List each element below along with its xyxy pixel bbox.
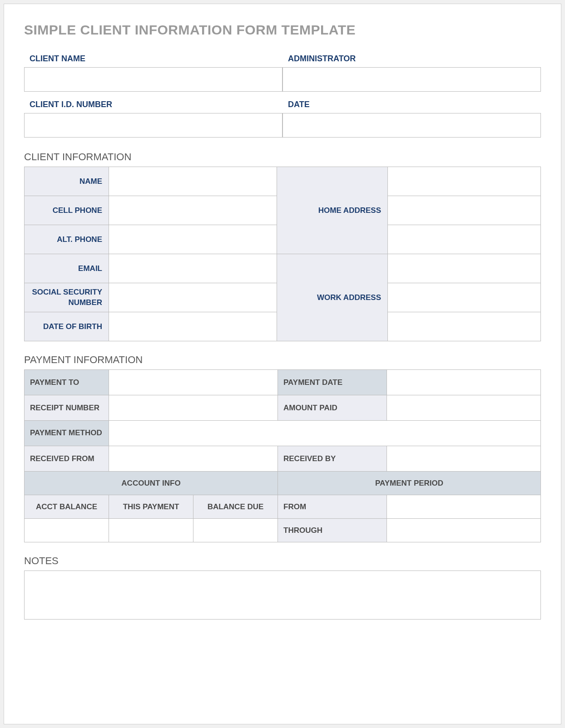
- name-label: NAME: [25, 167, 109, 196]
- payment-date-label: PAYMENT DATE: [278, 370, 387, 395]
- payment-info-table: PAYMENT TO PAYMENT DATE RECEIPT NUMBER A…: [24, 369, 541, 542]
- page-title: SIMPLE CLIENT INFORMATION FORM TEMPLATE: [24, 22, 541, 38]
- received-from-label: RECEIVED FROM: [25, 446, 109, 472]
- received-from-input[interactable]: [109, 446, 278, 472]
- dob-label: DATE OF BIRTH: [25, 312, 109, 341]
- acct-balance-input[interactable]: [25, 519, 109, 542]
- from-input[interactable]: [387, 495, 541, 519]
- through-input[interactable]: [387, 519, 541, 542]
- client-id-input[interactable]: [24, 113, 282, 138]
- work-address-label: WORK ADDRESS: [277, 254, 388, 341]
- work-address-line2-input[interactable]: [388, 283, 541, 312]
- through-label: THROUGH: [278, 519, 387, 542]
- payment-info-section-title: PAYMENT INFORMATION: [24, 354, 541, 366]
- client-info-table: NAME HOME ADDRESS CELL PHONE ALT. PHONE …: [24, 167, 541, 341]
- amount-paid-input[interactable]: [387, 395, 541, 421]
- client-id-label: CLIENT I.D. NUMBER: [24, 100, 282, 113]
- cell-phone-label: CELL PHONE: [25, 196, 109, 225]
- home-address-label: HOME ADDRESS: [277, 167, 388, 254]
- work-address-line3-input[interactable]: [388, 312, 541, 341]
- home-address-line1-input[interactable]: [388, 167, 541, 196]
- client-name-label: CLIENT NAME: [24, 54, 282, 67]
- acct-balance-label: ACCT BALANCE: [25, 495, 109, 519]
- form-page: SIMPLE CLIENT INFORMATION FORM TEMPLATE …: [4, 4, 561, 724]
- received-by-input[interactable]: [387, 446, 541, 472]
- administrator-label: ADMINISTRATOR: [282, 54, 541, 67]
- cell-phone-input[interactable]: [109, 196, 277, 225]
- from-label: FROM: [278, 495, 387, 519]
- payment-method-label: PAYMENT METHOD: [25, 421, 109, 446]
- dob-input[interactable]: [109, 312, 277, 341]
- payment-to-input[interactable]: [109, 370, 278, 395]
- alt-phone-input[interactable]: [109, 225, 277, 254]
- work-address-line1-input[interactable]: [388, 254, 541, 283]
- notes-input[interactable]: [24, 571, 541, 620]
- client-id-field: CLIENT I.D. NUMBER: [24, 100, 282, 138]
- client-name-field: CLIENT NAME: [24, 54, 282, 92]
- email-input[interactable]: [109, 254, 277, 283]
- balance-due-input[interactable]: [193, 519, 278, 542]
- receipt-number-input[interactable]: [109, 395, 278, 421]
- payment-date-input[interactable]: [387, 370, 541, 395]
- received-by-label: RECEIVED BY: [278, 446, 387, 472]
- ssn-label: SOCIAL SECURITY NUMBER: [25, 283, 109, 312]
- home-address-line3-input[interactable]: [388, 225, 541, 254]
- payment-to-label: PAYMENT TO: [25, 370, 109, 395]
- this-payment-label: THIS PAYMENT: [109, 495, 193, 519]
- name-input[interactable]: [109, 167, 277, 196]
- administrator-field: ADMINISTRATOR: [282, 54, 541, 92]
- balance-due-label: BALANCE DUE: [193, 495, 278, 519]
- email-label: EMAIL: [25, 254, 109, 283]
- receipt-number-label: RECEIPT NUMBER: [25, 395, 109, 421]
- amount-paid-label: AMOUNT PAID: [278, 395, 387, 421]
- client-name-input[interactable]: [24, 67, 282, 92]
- home-address-line2-input[interactable]: [388, 196, 541, 225]
- date-input[interactable]: [282, 113, 541, 138]
- client-info-section-title: CLIENT INFORMATION: [24, 151, 541, 163]
- ssn-input[interactable]: [109, 283, 277, 312]
- administrator-input[interactable]: [282, 67, 541, 92]
- this-payment-input[interactable]: [109, 519, 193, 542]
- date-label: DATE: [282, 100, 541, 113]
- notes-section-title: NOTES: [24, 555, 541, 567]
- date-field: DATE: [282, 100, 541, 138]
- payment-method-input[interactable]: [109, 421, 541, 446]
- header-row-2: CLIENT I.D. NUMBER DATE: [24, 100, 541, 138]
- payment-period-header: PAYMENT PERIOD: [278, 472, 541, 495]
- header-row-1: CLIENT NAME ADMINISTRATOR: [24, 54, 541, 92]
- alt-phone-label: ALT. PHONE: [25, 225, 109, 254]
- account-info-header: ACCOUNT INFO: [25, 472, 278, 495]
